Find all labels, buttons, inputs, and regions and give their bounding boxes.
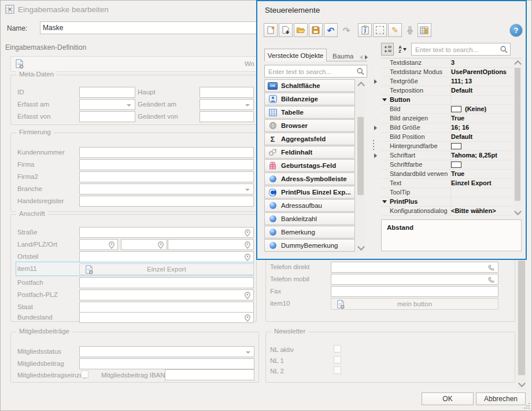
telefon-mobil-input[interactable]: [331, 274, 498, 285]
property-row[interactable]: TextpositionDefault: [381, 86, 513, 96]
search-icon[interactable]: [356, 67, 365, 76]
collapse-icon[interactable]: [382, 200, 387, 203]
tab-scroll-right-icon[interactable]: [365, 53, 368, 61]
expander-icon[interactable]: [374, 79, 377, 84]
mitgliedsstatus-combo[interactable]: [79, 346, 254, 357]
firma-input[interactable]: [79, 159, 254, 170]
mitgliedsbeitrag-input[interactable]: [79, 358, 254, 369]
haupt-input[interactable]: [200, 87, 254, 98]
id-input[interactable]: [79, 87, 135, 98]
undo-button[interactable]: ↶: [324, 23, 338, 37]
mitgliedsbeitrag-iban-input[interactable]: [165, 369, 254, 380]
property-row[interactable]: Bild anzeigenTrue: [381, 114, 513, 123]
property-search-input[interactable]: [414, 43, 500, 56]
dropdown-arrow-icon[interactable]: [246, 351, 250, 354]
select-button[interactable]: [373, 23, 387, 37]
ok-button[interactable]: OK: [422, 392, 474, 405]
property-row[interactable]: Textgröße111; 13: [381, 77, 513, 86]
tab-versteckte-objekte[interactable]: Versteckte Objekte: [264, 49, 327, 61]
handelsregister-input[interactable]: [79, 196, 254, 207]
list-item-feldinhalt[interactable]: Feldinhalt: [264, 146, 355, 159]
paste-button[interactable]: [358, 23, 372, 37]
property-row[interactable]: Bild(Keine): [381, 105, 513, 114]
splitter-handle[interactable]: [373, 140, 374, 150]
list-item-dummybemerkung[interactable]: DummyBemerkung: [264, 239, 355, 252]
new-document-button[interactable]: [264, 23, 278, 37]
geaendert-von-input[interactable]: [200, 111, 254, 122]
nl-aktiv-checkbox[interactable]: [334, 345, 341, 353]
list-item-bemerkung[interactable]: Bemerkung: [264, 226, 355, 238]
list-item-geburtstags-feld[interactable]: Geburtstags-Feld: [264, 159, 355, 172]
resize-grip[interactable]: [524, 403, 530, 409]
erfasst-am-combo[interactable]: [79, 99, 135, 110]
property-row[interactable]: Standardbild verwenTrue: [381, 170, 513, 179]
format-brush-button[interactable]: [403, 23, 417, 37]
sort-alphabetical-button[interactable]: AZ: [396, 43, 409, 56]
dropdown-arrow-icon[interactable]: [245, 104, 250, 107]
property-row[interactable]: Hintergrundfarbe: [381, 142, 513, 151]
geaendert-am-combo[interactable]: [200, 99, 254, 110]
expander-icon[interactable]: [374, 153, 377, 158]
einzel-export-button[interactable]: Einzel Export: [79, 263, 254, 275]
search-icon[interactable]: [500, 45, 508, 54]
bundesland-input[interactable]: [79, 312, 254, 323]
telefon-direkt-input[interactable]: [331, 262, 498, 273]
mein-button[interactable]: mein button: [331, 298, 498, 310]
categorized-view-button[interactable]: [381, 43, 394, 56]
property-row[interactable]: SchriftartTahoma; 8,25pt: [381, 151, 513, 160]
open-button[interactable]: [294, 23, 308, 37]
list-item-printplus-einzel-export[interactable]: PrintPlus Einzel Exp...: [264, 186, 355, 199]
branche-combo[interactable]: [79, 184, 254, 195]
ort-input[interactable]: [168, 239, 254, 250]
list-item-bankleitzahl[interactable]: Bankleitzahl: [264, 212, 355, 225]
property-row[interactable]: TextEinzel Export: [381, 179, 513, 188]
color-swatch[interactable]: [451, 106, 461, 112]
list-item-adress-symbolleiste[interactable]: Adress-Symbolleiste: [264, 173, 355, 185]
nl-2-checkbox[interactable]: [334, 366, 341, 374]
redo-button[interactable]: ↷: [339, 23, 353, 37]
list-item-tabelle[interactable]: Tabelle: [264, 106, 355, 119]
ortsteil-input[interactable]: [79, 251, 254, 262]
property-row[interactable]: Textdistanz3: [381, 58, 513, 68]
add-document-button[interactable]: [279, 23, 293, 37]
property-row[interactable]: Schriftfarbe: [381, 160, 513, 170]
list-item-bildanzeige[interactable]: Bildanzeige: [264, 93, 355, 105]
color-swatch[interactable]: [451, 143, 461, 149]
property-row[interactable]: ToolTip: [381, 188, 513, 197]
kundennummer-input[interactable]: [79, 147, 254, 158]
nl-1-checkbox[interactable]: [334, 356, 341, 364]
help-button[interactable]: ?: [509, 24, 523, 37]
property-row[interactable]: Textdistanz ModusUseParentOptions: [381, 68, 513, 77]
layout-table-button[interactable]: [418, 23, 431, 37]
mitgliedsbeitragseinzug-checkbox[interactable]: [81, 370, 88, 378]
list-item-aggregatsfeld[interactable]: Σ Aggregatsfeld: [264, 133, 355, 145]
strasse-input[interactable]: [79, 227, 254, 238]
staat-input[interactable]: [79, 302, 254, 313]
save-button[interactable]: [309, 23, 323, 37]
postfach-plz-input[interactable]: [79, 289, 254, 300]
expander-icon[interactable]: [374, 126, 377, 130]
list-scrollbar-thumb[interactable]: [357, 117, 364, 195]
fax-input[interactable]: [331, 286, 498, 297]
tab-scroll-left-icon[interactable]: [360, 53, 363, 61]
color-swatch[interactable]: [451, 162, 461, 168]
list-search-input[interactable]: [267, 65, 356, 78]
erfasst-von-input[interactable]: [79, 111, 135, 122]
tab-baumansicht[interactable]: Bauma: [329, 50, 357, 61]
dropdown-arrow-icon[interactable]: [245, 189, 250, 191]
list-item-browser[interactable]: Browser: [264, 119, 355, 132]
plz-input[interactable]: [121, 239, 167, 250]
list-item-adressaufbau[interactable]: Adressaufbau: [264, 199, 355, 212]
postfach-input[interactable]: [79, 277, 254, 288]
list-item-schaltflaeche[interactable]: OK Schaltfläche: [264, 79, 355, 92]
document-gear-icon[interactable]: [14, 59, 24, 69]
property-category-button[interactable]: Button: [381, 96, 513, 105]
dropdown-arrow-icon[interactable]: [127, 104, 131, 107]
cancel-button[interactable]: Abbrechen: [476, 392, 526, 405]
property-row[interactable]: Bild Größe16; 16: [381, 123, 513, 133]
property-row[interactable]: Bild PositionDefault: [381, 133, 513, 142]
collapse-icon[interactable]: [382, 98, 387, 101]
firma2-input[interactable]: [79, 171, 254, 182]
land-input[interactable]: [79, 239, 118, 250]
edit-button[interactable]: ✎: [388, 23, 402, 37]
